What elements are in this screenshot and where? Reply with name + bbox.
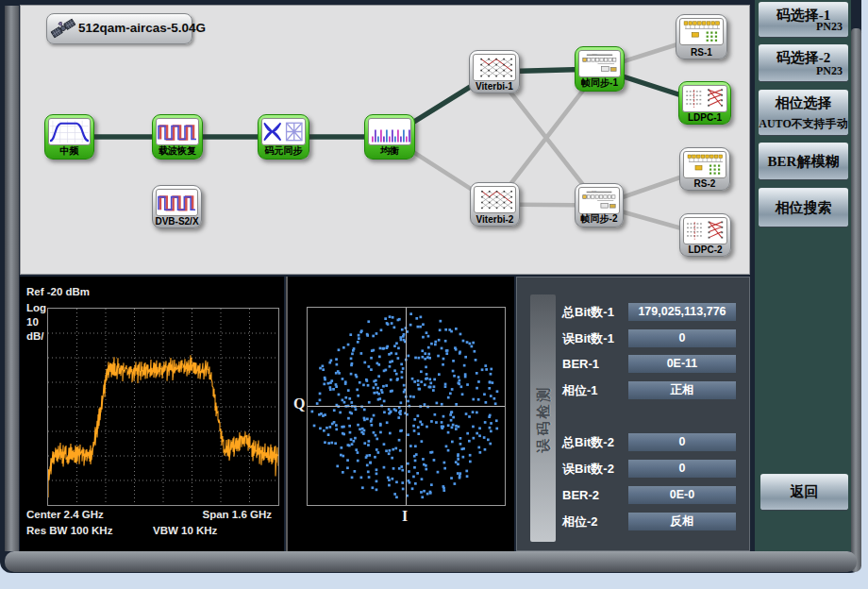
- constellation-panel: Q I: [286, 277, 514, 551]
- stat-label-g1-3: 相位-1: [562, 381, 598, 399]
- sidebar-button-sublabel: PN23: [816, 64, 843, 78]
- bandpass-icon: [48, 118, 91, 145]
- signal-source-button[interactable]: 512qam-aircas-5.04G: [46, 13, 192, 44]
- squarewave-icon: [156, 189, 198, 216]
- stat-label-g1-0: 总Bit数-1: [562, 303, 614, 321]
- back-button[interactable]: 返回: [760, 474, 848, 511]
- node-rs1[interactable]: RS-1: [676, 14, 727, 59]
- sidebar-button-5[interactable]: 相位搜索: [759, 188, 848, 227]
- node-label-dvbs2x: DVB-S2/X: [153, 216, 201, 227]
- svg-text:sync: sync: [592, 190, 597, 193]
- stat-value-g1-0: 179,025,113,776: [628, 303, 736, 321]
- center-freq-label: Center 2.4 GHz: [26, 509, 104, 520]
- node-eq[interactable]: 均衡: [364, 114, 415, 160]
- stat-label-g2-0: 总Bit数-2: [562, 433, 614, 451]
- node-ldpc2[interactable]: LDPC-2: [679, 213, 731, 257]
- sidebar-button-label: 相位选择: [759, 94, 848, 112]
- sidebar-button-4[interactable]: BER解模糊: [759, 143, 848, 180]
- squarewave-icon: [156, 118, 199, 145]
- stat-value-g2-1: 0: [628, 460, 736, 478]
- framesync-icon: sync: [578, 50, 621, 77]
- spectrum-plot: [47, 308, 279, 506]
- window-frame-left: [5, 6, 19, 551]
- node-if[interactable]: 中频: [44, 114, 94, 160]
- node-label-rs1: RS-1: [676, 47, 726, 58]
- stat-label-g2-3: 相位-2: [562, 513, 598, 530]
- error-detection-title-bar: 误码检测: [530, 294, 556, 542]
- sidebar-button-3[interactable]: 相位选择AUTO不支持手动: [759, 90, 848, 136]
- stat-value-g1-2: 0E-11: [628, 355, 736, 373]
- node-label-if: 中频: [45, 144, 93, 158]
- sidebar-button-sublabel: PN23: [816, 20, 843, 34]
- node-symsync[interactable]: 码元同步: [258, 114, 309, 160]
- stat-value-g2-0: 0: [628, 433, 736, 451]
- node-label-carrier: 载波恢复: [153, 144, 202, 158]
- vbw-label: VBW 10 KHz: [153, 525, 217, 536]
- error-detection-title: 误码检测: [534, 384, 552, 452]
- signal-source-label: 512qam-aircas-5.04G: [78, 21, 206, 35]
- window-frame-right: [851, 28, 861, 572]
- sidebar-menu: 码选择-1PN23码选择-2PN23相位选择AUTO不支持手动BER解模糊相位搜…: [755, 0, 851, 551]
- stat-label-g1-2: BER-1: [562, 355, 599, 373]
- error-detection-panel: 误码检测 总Bit数-1179,025,113,776误Bit数-10BER-1…: [516, 277, 750, 551]
- node-rs2[interactable]: RS-2: [679, 147, 730, 191]
- constellation-plot: [307, 307, 506, 506]
- node-ldpc1[interactable]: LDPC-1: [678, 81, 731, 125]
- trellis-icon: [473, 54, 516, 81]
- span-label: Span 1.6 GHz: [203, 509, 273, 520]
- node-label-fsync1: 帧同步-1: [576, 76, 624, 90]
- node-fsync1[interactable]: sync帧同步-1: [575, 46, 625, 92]
- node-label-fsync2: 帧同步-2: [576, 212, 623, 226]
- rs-coder-icon: [679, 18, 724, 45]
- node-label-viterbi1: Viterbi-1: [470, 81, 519, 92]
- node-viterbi1[interactable]: Viterbi-1: [469, 50, 520, 93]
- stat-label-g1-1: 误Bit数-1: [562, 329, 614, 347]
- stat-value-g2-3: 反相: [628, 513, 736, 530]
- scale-label-db: dB/: [26, 330, 44, 342]
- ldpc-graph-icon: [683, 217, 727, 244]
- rbw-label: Res BW 100 KHz: [26, 525, 112, 536]
- rs-coder-icon: [683, 151, 726, 178]
- node-label-viterbi2: Viterbi-2: [471, 214, 519, 225]
- svg-text:sync: sync: [593, 53, 598, 56]
- signal-chain-diagram: 中频载波恢复码元同步均衡DVB-S2/XViterbi-1Viterbi-2sy…: [20, 5, 750, 275]
- stat-label-g2-2: BER-2: [562, 486, 599, 504]
- equalizer-icon: [368, 118, 411, 145]
- scale-label-10: 10: [26, 316, 39, 328]
- stat-label-g2-1: 误Bit数-2: [562, 460, 614, 478]
- trellis-icon: [474, 186, 516, 213]
- node-label-rs2: RS-2: [680, 178, 729, 189]
- node-label-ldpc2: LDPC-2: [680, 244, 730, 255]
- node-viterbi2[interactable]: Viterbi-2: [470, 182, 520, 227]
- spectrum-panel: Ref -20 dBm Log 10 dB/ Center 2.4 GHz Sp…: [20, 277, 284, 551]
- node-label-symsync: 码元同步: [259, 144, 309, 158]
- stat-value-g1-3: 正相: [628, 381, 736, 399]
- eye-diagram-icon: [261, 118, 306, 145]
- stat-value-g2-2: 0E-0: [628, 486, 736, 504]
- node-carrier[interactable]: 载波恢复: [152, 114, 203, 160]
- ref-level-label: Ref -20 dBm: [26, 286, 90, 297]
- node-label-ldpc1: LDPC-1: [679, 112, 730, 123]
- q-axis-line: [406, 308, 407, 505]
- scale-label-log: Log: [26, 302, 46, 313]
- framesync-icon: sync: [578, 187, 620, 214]
- node-dvbs2x[interactable]: DVB-S2/X: [152, 185, 202, 228]
- i-axis-label: I: [402, 508, 408, 525]
- sidebar-button-sublabel: AUTO不支持手动: [759, 116, 848, 132]
- stat-value-g1-1: 0: [628, 329, 736, 347]
- satellite-icon: [50, 16, 76, 41]
- sidebar-button-2[interactable]: 码选择-2PN23: [759, 44, 848, 82]
- ldpc-graph-icon: [682, 85, 727, 112]
- window-frame-bottom: [5, 551, 857, 572]
- sidebar-button-1[interactable]: 码选择-1PN23: [759, 2, 848, 38]
- app-window: 中频载波恢复码元同步均衡DVB-S2/XViterbi-1Viterbi-2sy…: [0, 0, 861, 573]
- q-axis-label: Q: [293, 395, 305, 412]
- node-fsync2[interactable]: sync帧同步-2: [575, 183, 624, 227]
- node-label-eq: 均衡: [365, 144, 414, 158]
